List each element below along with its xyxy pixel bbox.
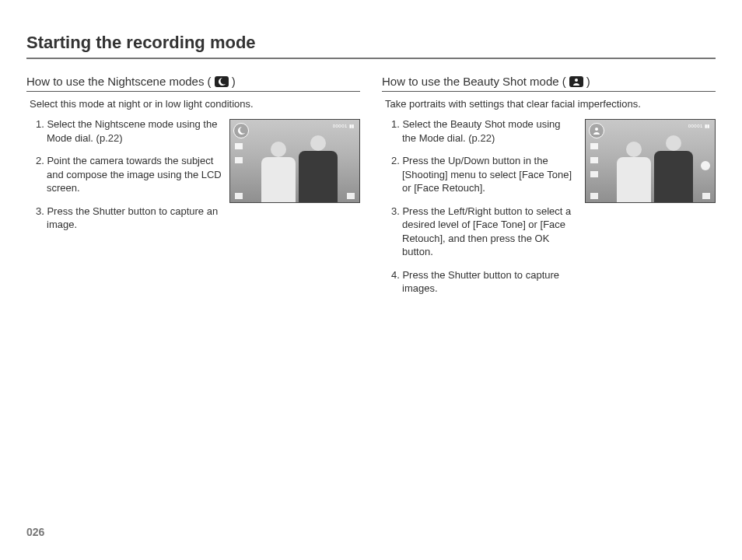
left-heading-prefix: How to use the Nightscene modes (: [26, 75, 212, 88]
right-steps: 1. Select the Beauty Shot mode using the…: [382, 117, 577, 305]
lcd-status-text: 00001 ▮▮: [688, 123, 710, 128]
manual-page: Starting the recording mode How to use t…: [0, 0, 742, 560]
list-item: 3. Press the Shutter button to capture a…: [36, 205, 222, 232]
right-heading-suffix: ): [586, 75, 590, 88]
left-steps: 1. Select the Nightscene mode using the …: [26, 117, 222, 241]
right-body: 1. Select the Beauty Shot mode using the…: [382, 117, 716, 305]
page-title: Starting the recording mode: [26, 33, 716, 59]
left-column: How to use the Nightscene modes ( ) Sele…: [26, 75, 360, 305]
left-heading-suffix: ): [232, 75, 236, 88]
list-item: 3. Press the Left/Right button to select…: [391, 205, 577, 259]
left-section-heading: How to use the Nightscene modes ( ): [26, 75, 360, 92]
beauty-shot-icon: [569, 76, 583, 87]
lcd-bottom-indicators: [590, 193, 710, 199]
list-item: 1. Select the Beauty Shot mode using the…: [391, 117, 577, 145]
list-item: 2. Press the Up/Down button in the [Shoo…: [391, 154, 577, 195]
lcd-status-text: 00001 ▮▮: [333, 123, 355, 128]
right-column: How to use the Beauty Shot mode ( ) Take…: [382, 75, 716, 305]
right-intro: Take portraits with settings that clear …: [385, 98, 716, 110]
list-item: 4. Press the Shutter button to capture i…: [391, 268, 577, 296]
left-body: 1. Select the Nightscene mode using the …: [26, 117, 360, 241]
right-lcd-preview: 00001 ▮▮: [585, 119, 716, 203]
right-heading-prefix: How to use the Beauty Shot mode (: [382, 75, 566, 88]
columns: How to use the Nightscene modes ( ) Sele…: [26, 75, 716, 305]
svg-point-1: [595, 128, 598, 131]
list-item: 2. Point the camera towards the subject …: [36, 154, 222, 195]
page-number: 026: [26, 526, 44, 538]
left-intro: Select this mode at night or in low ligh…: [30, 98, 360, 110]
lcd-bottom-indicators: [235, 193, 355, 199]
lcd-left-indicators: [235, 143, 243, 163]
svg-point-0: [575, 79, 578, 82]
list-item: 1. Select the Nightscene mode using the …: [36, 117, 222, 145]
beauty-shot-icon: [589, 123, 604, 138]
lcd-left-indicators: [590, 143, 598, 177]
left-lcd-preview: 00001 ▮▮: [229, 119, 360, 203]
right-section-heading: How to use the Beauty Shot mode ( ): [382, 75, 716, 92]
lcd-right-indicator: [701, 161, 710, 170]
nightscene-icon: [215, 76, 229, 87]
nightscene-icon: [233, 123, 249, 138]
